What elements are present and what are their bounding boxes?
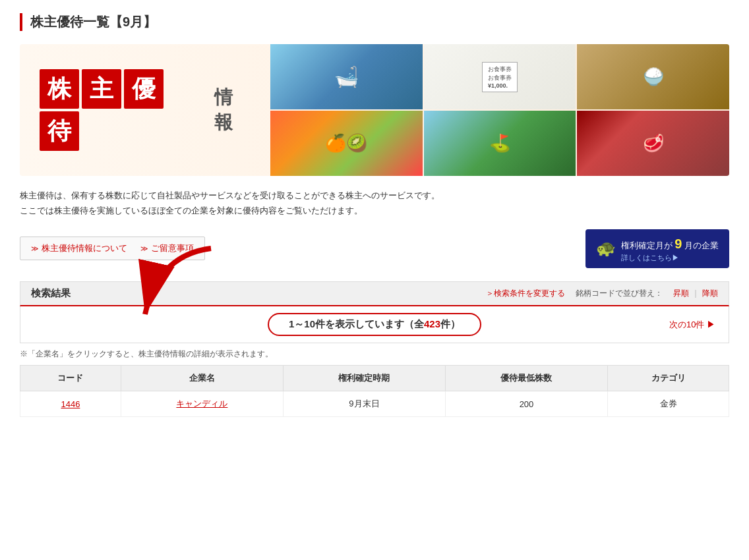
table-body: 1446キャンディル9月末日200金券 bbox=[20, 391, 729, 417]
logo-char-3: 優 bbox=[124, 69, 164, 109]
search-results-header: 検索結果 ＞検索条件を変更する 銘柄コードで並び替え： 昇順 ｜ 降順 bbox=[20, 281, 729, 306]
banner-image-fruit: 🍊🥝 bbox=[270, 111, 423, 176]
table-header-company: 企業名 bbox=[121, 366, 283, 391]
table-header-min-shares: 優待最低株数 bbox=[445, 366, 607, 391]
table-header-period: 権利確定時期 bbox=[283, 366, 445, 391]
info-link-notes[interactable]: ご留意事項 bbox=[140, 242, 194, 254]
table-head: コード 企業名 権利確定時期 優待最低株数 カテゴリ bbox=[20, 366, 729, 391]
page-title-bar: 株主優待一覧【9月】 bbox=[20, 13, 729, 31]
table-header-row: コード 企業名 権利確定時期 優待最低株数 カテゴリ bbox=[20, 366, 729, 391]
info-link-about[interactable]: 株主優待情報について bbox=[31, 242, 127, 254]
rights-badge-sub: 詳しくはこちら▶ bbox=[621, 253, 719, 263]
banner-images: 🛁 お食事券 お食事券 ¥1,000. 🍚 🍊🥝 ⛳ 🥩 bbox=[270, 44, 729, 176]
banner-image-onsen: 🛁 bbox=[270, 44, 423, 109]
rights-badge-month-label: 月の企業 bbox=[684, 240, 719, 250]
count-row: 1～10件を表示しています（全423件） 次の10件 ▶ bbox=[20, 306, 729, 343]
data-table: コード 企業名 権利確定時期 優待最低株数 カテゴリ 1446キャンディル9月末… bbox=[20, 365, 729, 417]
sort-desc-link[interactable]: 降順 bbox=[702, 288, 718, 299]
table-cell-code[interactable]: 1446 bbox=[20, 391, 121, 417]
table-header-code: コード bbox=[20, 366, 121, 391]
count-display: 1～10件を表示しています（全423件） bbox=[268, 313, 481, 336]
search-change-link[interactable]: ＞検索条件を変更する bbox=[486, 288, 565, 299]
table-header-category: カテゴリ bbox=[608, 366, 729, 391]
note-text: ※「企業名」をクリックすると、株主優待情報の詳細が表示されます。 bbox=[20, 349, 729, 360]
sort-divider: ｜ bbox=[692, 288, 700, 299]
banner-section: 株 主 優 待 情報 🛁 お食事券 お食事券 ¥1,000. 🍚 🍊🥝 ⛳ 🥩 bbox=[20, 44, 729, 176]
rights-badge-month: 9 bbox=[674, 237, 682, 251]
banner-logo: 株 主 優 待 情報 bbox=[40, 69, 251, 151]
sort-links: 昇順 ｜ 降順 bbox=[673, 288, 718, 299]
table-cell-category: 金券 bbox=[608, 391, 729, 417]
description-line2: ここでは株主優待を実施しているほぼ全ての企業を対象に優待内容をご覧いただけます。 bbox=[20, 203, 729, 218]
table-cell-company[interactable]: キャンディル bbox=[121, 391, 283, 417]
logo-char-2: 主 bbox=[82, 69, 121, 109]
logo-text-suffix: 情報 bbox=[214, 85, 251, 135]
table-cell-period: 9月末日 bbox=[283, 391, 445, 417]
rights-badge-main: 権利確定月が 9 月の企業 bbox=[621, 235, 719, 253]
count-total: 423 bbox=[424, 318, 440, 329]
next-page-link[interactable]: 次の10件 ▶ bbox=[669, 319, 715, 331]
description: 株主優待は、保有する株数に応じて自社製品やサービスなどを受け取ることができる株主… bbox=[20, 188, 729, 219]
banner-image-voucher: お食事券 お食事券 ¥1,000. bbox=[424, 44, 576, 109]
banner-image-steak: 🥩 bbox=[577, 111, 729, 176]
table-cell-min-shares: 200 bbox=[445, 391, 607, 417]
banner-image-golf: ⛳ bbox=[424, 111, 576, 176]
page-title: 株主優待一覧【9月】 bbox=[30, 13, 156, 31]
logo-char-1: 株 bbox=[40, 69, 79, 109]
banner-image-rice: 🍚 bbox=[577, 44, 729, 109]
logo-kanji: 株 主 優 待 bbox=[40, 69, 202, 151]
count-pre: 1～10件を表示しています（全 bbox=[289, 318, 424, 329]
sort-label: 銘柄コードで並び替え： bbox=[576, 288, 663, 299]
info-links-left: 株主優待情報について ご留意事項 bbox=[20, 237, 205, 260]
search-results-title: 検索結果 bbox=[31, 287, 71, 300]
rights-badge-main-label: 権利確定月が bbox=[621, 240, 673, 250]
rights-badge-icon: 🐢 bbox=[596, 239, 616, 258]
rights-badge: 🐢 権利確定月が 9 月の企業 詳しくはこちら▶ bbox=[585, 229, 729, 268]
results-wrapper: 検索結果 ＞検索条件を変更する 銘柄コードで並び替え： 昇順 ｜ 降順 1～10… bbox=[20, 281, 729, 343]
table-row: 1446キャンディル9月末日200金券 bbox=[20, 391, 729, 417]
description-line1: 株主優待は、保有する株数に応じて自社製品やサービスなどを受け取ることができる株主… bbox=[20, 188, 729, 203]
info-links-row: 株主優待情報について ご留意事項 🐢 権利確定月が 9 月の企業 詳しくはこちら… bbox=[20, 229, 729, 268]
search-controls: ＞検索条件を変更する 銘柄コードで並び替え： 昇順 ｜ 降順 bbox=[486, 288, 718, 299]
sort-asc-link[interactable]: 昇順 bbox=[673, 288, 689, 299]
logo-char-4: 待 bbox=[40, 111, 79, 151]
banner-left: 株 主 優 待 情報 bbox=[20, 44, 270, 176]
rights-badge-text: 権利確定月が 9 月の企業 詳しくはこちら▶ bbox=[621, 235, 719, 263]
count-post: 件） bbox=[440, 318, 460, 329]
